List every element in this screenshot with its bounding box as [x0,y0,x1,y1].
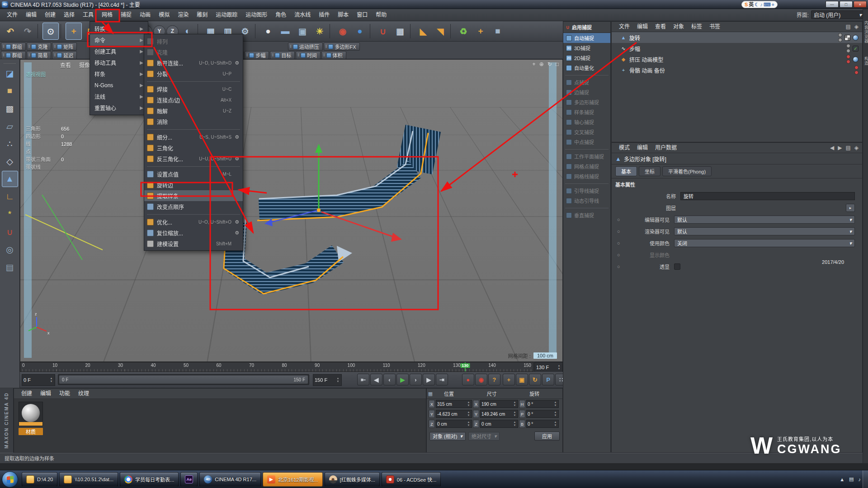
menu-item[interactable]: 编辑 [22,9,41,21]
snap-option[interactable]: 2D 2D捕捉 [563,53,610,63]
taskbar-after-effects[interactable]: Ae [180,472,198,487]
edges-mode-icon[interactable]: ◇ [2,153,18,169]
coordinate-mode-select[interactable]: 对象 (相对)▾ [429,432,466,441]
taskbar-chrome[interactable]: 学员每日考勤表... [120,472,179,487]
axis-center-icon[interactable]: + [472,23,489,40]
cube-object-icon[interactable]: ■ [490,23,506,40]
dock-tab[interactable]: 构造 [863,56,868,66]
effector-dock-button[interactable]: ‖简易 [27,51,52,59]
spinner[interactable]: ▲▼ [553,421,557,427]
command-menu-item[interactable]: 焊接 U~C ⚙ [144,84,243,94]
spinner[interactable]: ▲▼ [467,421,471,427]
spinner[interactable]: ▲▼ [513,421,517,427]
object-tag[interactable] [844,35,850,41]
toolbox-icon[interactable]: + [772,1,774,8]
spinner[interactable]: ▲▼ [553,411,557,417]
mesh-menu-item[interactable]: 创建工具▶ [90,46,148,57]
undo-button[interactable]: ↶ [2,23,19,40]
preview-range-slider[interactable]: 0 F 150 F [58,374,309,385]
object-tag[interactable] [853,56,859,62]
move-tool[interactable]: + [66,23,82,40]
object-row[interactable]: ▲ 旋转 [612,32,862,43]
maximize-button[interactable]: □ [840,1,853,8]
menu-item[interactable]: 帮助 [372,9,391,21]
spinner[interactable]: ▲▼ [49,377,53,383]
rotation-field[interactable]: 0 °▲▼ [526,420,559,428]
snap-option[interactable]: 轴心捕捉 [563,117,610,127]
menu-item[interactable]: 运动图形 [241,9,271,21]
command-menu-item[interactable]: 反三角化... U~U, U~Shift+U ⚙ [144,153,243,164]
command-menu-item[interactable]: 优化... U~O, U~Shift+O ⚙ [144,216,243,227]
material-menu-item[interactable]: 编辑 [37,389,55,399]
taskbar-red-spider[interactable]: ☻ [红蜘蛛多媒体... [325,472,380,487]
apply-button[interactable]: 应用 [534,432,560,441]
effector-dock-button[interactable]: ‖延迟 [52,51,77,59]
taskbar-folder-420[interactable]: D:\4.20 [22,472,57,487]
snap-toggle-icon[interactable]: ∪ [2,224,18,240]
workplane-mode-icon[interactable]: ▱ [2,118,18,134]
live-selection-tool[interactable]: ⊙ [42,23,59,40]
polygons-mode-icon[interactable]: ▲ [2,171,18,187]
am-back-icon[interactable]: ◀ [830,145,834,151]
snap-option[interactable]: 自动捕捉 [563,33,610,43]
menu-item[interactable]: 渲染 [174,9,193,21]
spinner[interactable]: ▲▼ [336,377,340,383]
snap-option[interactable]: 网格点捕捉 [563,161,610,171]
am-forward-icon[interactable]: ▶ [838,145,842,151]
toggle-view-icon[interactable]: □ [556,61,559,67]
command-menu-item[interactable]: 建模设置 Shift+M ⚙ [144,238,243,249]
object-tag[interactable] [853,35,859,41]
dock-tab[interactable]: 内容浏览器 [863,21,868,43]
minimize-button[interactable]: — [826,1,839,8]
command-menu-item[interactable]: 克隆 ⚙ [144,47,243,57]
snap-option[interactable]: 点捕捉 [563,77,610,87]
object-row[interactable]: ∿ 步幅 [612,43,862,54]
redo-button[interactable]: ↷ [19,23,36,40]
object-manager-menu-item[interactable]: 标签 [688,22,706,32]
visibility-dots[interactable] [846,55,850,64]
menu-item[interactable]: 流水线 [290,9,315,21]
mograph-dock-button[interactable]: ‖矩阵 [52,42,77,51]
snap-option[interactable]: 工作平面捕捉 [563,151,610,161]
tray-network-icon[interactable]: ▤ [849,476,854,482]
menu-item[interactable]: 运动跟踪 [212,9,241,21]
menu-item[interactable]: 雕刻 [193,9,212,21]
menu-item[interactable]: 插件 [315,9,334,21]
use-color-select[interactable]: 关闭▾ [674,239,855,247]
record-parameter-toggle[interactable]: P [542,374,554,385]
command-menu-item[interactable]: 断开连接... U~D, U~Shift+D ⚙ [144,57,243,68]
snap-option[interactable]: 中点捕捉 [563,137,610,147]
play-forward-button[interactable]: ▶ [396,374,409,385]
viewport-solo-icon[interactable]: ◎ [2,241,18,258]
snap-option[interactable]: 引导线捕捉 [563,186,610,196]
object-manager-menu-item[interactable]: 编辑 [633,22,651,32]
size-field[interactable]: 190 cm▲▼ [480,400,518,408]
convert-editable-icon[interactable]: ◪ [2,65,18,81]
snap-option[interactable]: 网格线捕捉 [563,171,610,181]
snap-option[interactable]: 3D 3D捕捉 [563,43,610,53]
object-manager-menu-item[interactable]: 对象 [670,22,688,32]
rotation-field[interactable]: 0 °▲▼ [526,410,559,418]
visibility-dots[interactable] [854,66,859,75]
menu-item[interactable]: 动画 [136,9,155,21]
effector-dock-button[interactable]: ‖步幅 [245,51,269,59]
command-menu-item[interactable]: 复位缩放... ⚙ [144,227,243,238]
attribute-tab[interactable]: 坐标 [639,166,660,176]
mesh-menu-item[interactable]: 移动工具▶ [90,57,148,68]
mograph-dock-button[interactable]: ‖运动挤压 [288,42,323,51]
attribute-menu-item[interactable]: 模式 [615,143,633,153]
menu-item[interactable]: 捕捉 [117,9,136,21]
attribute-tab[interactable]: 平滑着色(Phong) [662,166,712,176]
material-name[interactable]: 材质 [19,428,43,435]
mesh-menu-item[interactable]: 转换▶ [90,23,148,34]
material-menu-item[interactable]: 功能 [56,389,74,399]
mesh-menu-item[interactable]: 法线▶ [90,91,148,102]
am-history-icon[interactable]: ▤ [845,145,850,151]
zoom-view-icon[interactable]: ⊕ [539,61,544,67]
command-menu-item[interactable]: 分裂 U~P ⚙ [144,68,243,79]
current-frame-field[interactable]: 130 F▲▼ [534,362,563,372]
om-filter-icon[interactable]: ▤ [845,23,850,30]
size-field[interactable]: 149.246 cm▲▼ [480,410,518,418]
workplane-lock-icon[interactable]: ▤ [2,259,18,275]
next-frame-button[interactable]: › [410,374,422,385]
